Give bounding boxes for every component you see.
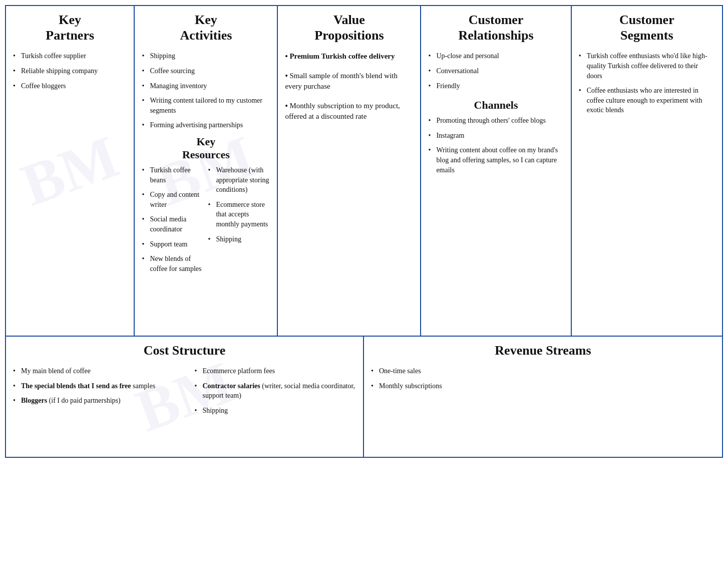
key-activities-list: Shipping Coffee sourcing Managing invent… bbox=[142, 51, 270, 130]
bold-text: Bloggers bbox=[21, 397, 47, 404]
list-item: Turkish coffee beans bbox=[142, 165, 204, 185]
list-item: Instagram bbox=[428, 131, 563, 141]
list-item: Turkish coffee supplier bbox=[13, 51, 127, 61]
list-item: Coffee sourcing bbox=[142, 66, 270, 76]
bold-text: The special blends that I send as free bbox=[21, 382, 131, 390]
value-propositions-cell: ValuePropositions Premium Turkish coffee… bbox=[278, 6, 421, 336]
list-item: Monthly subscriptions bbox=[371, 381, 715, 391]
key-partners-cell: BM Key Partners Turkish coffee supplier … bbox=[6, 6, 135, 336]
cost-list-2: Ecommerce platform fees Contractor salar… bbox=[195, 366, 356, 415]
resources-list-right: Warehouse (with appropriate storing cond… bbox=[208, 165, 270, 244]
watermark-partners: BM bbox=[13, 122, 127, 220]
customer-segments-list: Turkish coffee enthusiasts who'd like hi… bbox=[579, 51, 715, 115]
vp-text: Small sample of month's blend with every… bbox=[285, 72, 398, 90]
list-item: Up-close and personal bbox=[428, 51, 563, 61]
resources-col-left: Turkish coffee beans Copy and content wr… bbox=[142, 165, 204, 278]
list-item: Shipping bbox=[208, 234, 270, 244]
list-item: Copy and content writer bbox=[142, 190, 204, 209]
customer-relationships-list: Up-close and personal Conversational Fri… bbox=[428, 51, 563, 91]
key-activities-title: KeyActivities bbox=[142, 12, 270, 43]
list-item: Shipping bbox=[142, 51, 270, 61]
list-item: Support team bbox=[142, 239, 204, 249]
customer-relationships-title: CustomerRelationships bbox=[428, 12, 563, 43]
bottom-row: BM Cost Structure My main blend of coffe… bbox=[6, 337, 722, 457]
list-item: Friendly bbox=[428, 81, 563, 91]
cost-structure-cell: BM Cost Structure My main blend of coffe… bbox=[6, 337, 364, 457]
cost-list-1: My main blend of coffee The special blen… bbox=[13, 366, 175, 406]
business-model-canvas: BM Key Partners Turkish coffee supplier … bbox=[5, 5, 723, 458]
key-resources-title: KeyResources bbox=[142, 135, 270, 161]
customer-segments-cell: CustomerSegments Turkish coffee enthusia… bbox=[572, 6, 722, 336]
key-partners-title: Key Partners bbox=[13, 12, 127, 43]
list-item: Promoting through others' coffee blogs bbox=[428, 116, 563, 126]
vp-text: Premium Turkish coffee delivery bbox=[289, 52, 395, 60]
channels-title: Channels bbox=[428, 99, 563, 112]
list-item: Shipping bbox=[195, 406, 356, 416]
list-item: Reliable shipping company bbox=[13, 66, 127, 76]
cost-structure-title: Cost Structure bbox=[13, 343, 356, 358]
list-item: Contractor salaries (writer, social medi… bbox=[195, 381, 356, 401]
list-item: Writing content tailored to my customer … bbox=[142, 96, 270, 115]
list-item: My main blend of coffee bbox=[13, 366, 175, 376]
list-item: Warehouse (with appropriate storing cond… bbox=[208, 165, 270, 195]
vp-item-3: Monthly subscription to my product, offe… bbox=[285, 101, 413, 122]
list-item: Writing content about coffee on my brand… bbox=[428, 145, 563, 175]
list-item: Managing inventory bbox=[142, 81, 270, 91]
list-item: One-time sales bbox=[371, 366, 715, 376]
channels-list: Promoting through others' coffee blogs I… bbox=[428, 116, 563, 175]
vp-item-1: Premium Turkish coffee delivery bbox=[285, 51, 413, 62]
cost-col-1: My main blend of coffee The special blen… bbox=[13, 366, 175, 420]
list-item: Ecommerce platform fees bbox=[195, 366, 356, 376]
revenue-streams-list: One-time sales Monthly subscriptions bbox=[371, 366, 715, 391]
list-item: Conversational bbox=[428, 66, 563, 76]
list-item: Bloggers (if I do paid partnerships) bbox=[13, 396, 175, 406]
resources-list-left: Turkish coffee beans Copy and content wr… bbox=[142, 165, 204, 273]
key-activities-cell: BM KeyActivities Shipping Coffee sourcin… bbox=[135, 6, 278, 336]
normal-text: (if I do paid partnerships) bbox=[49, 397, 121, 404]
list-item: Forming advertising partnerships bbox=[142, 120, 270, 130]
revenue-streams-title: Revenue Streams bbox=[371, 343, 715, 358]
vp-text: Monthly subscription to my product, offe… bbox=[285, 102, 400, 120]
list-item: Coffee enthusiasts who are interested in… bbox=[579, 86, 715, 115]
key-partners-list: Turkish coffee supplier Reliable shippin… bbox=[13, 51, 127, 91]
top-row: BM Key Partners Turkish coffee supplier … bbox=[6, 6, 722, 337]
customer-relationships-cell: CustomerRelationships Up-close and perso… bbox=[421, 6, 571, 336]
cost-structure-content: My main blend of coffee The special blen… bbox=[13, 366, 356, 420]
revenue-streams-cell: Revenue Streams One-time sales Monthly s… bbox=[364, 337, 722, 457]
list-item: The special blends that I send as free s… bbox=[13, 381, 175, 391]
bold-text: Contractor salaries bbox=[203, 382, 260, 390]
cost-col-2: Ecommerce platform fees Contractor salar… bbox=[195, 366, 356, 420]
list-item: Social media coordinator bbox=[142, 214, 204, 234]
resources-col-right: Warehouse (with appropriate storing cond… bbox=[208, 165, 270, 278]
list-item: Ecommerce store that accepts monthly pay… bbox=[208, 200, 270, 229]
customer-segments-title: CustomerSegments bbox=[579, 12, 715, 43]
list-item: Coffee bloggers bbox=[13, 81, 127, 91]
vp-item-2: Small sample of month's blend with every… bbox=[285, 71, 413, 92]
key-resources-cols: Turkish coffee beans Copy and content wr… bbox=[142, 165, 270, 278]
list-item: New blends of coffee for samples bbox=[142, 254, 204, 273]
value-propositions-title: ValuePropositions bbox=[285, 12, 413, 43]
list-item: Turkish coffee enthusiasts who'd like hi… bbox=[579, 51, 715, 81]
